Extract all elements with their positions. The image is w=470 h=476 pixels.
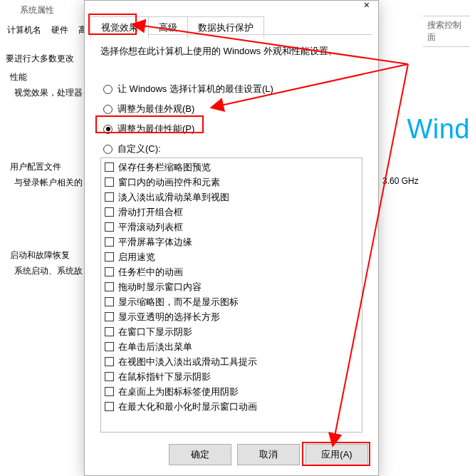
checkbox-icon [105,312,114,321]
check-label: 滑动打开组合框 [118,206,183,219]
tab-hardware[interactable]: 硬件 [50,21,70,39]
check-label: 在最大化和最小化时显示窗口动画 [118,400,257,413]
ok-button[interactable]: 确定 [169,444,231,465]
radio-label: 自定义(C): [118,143,161,155]
checkbox-icon [105,177,114,187]
check-item[interactable]: 平滑屏幕字体边缘 [104,234,359,249]
check-label: 窗口内的动画控件和元素 [118,176,220,189]
check-item[interactable]: 显示亚透明的选择长方形 [104,309,359,324]
visual-effects-list[interactable]: 保存任务栏缩略图预览窗口内的动画控件和元素淡入淡出或滑动菜单到视图滑动打开组合框… [100,157,362,433]
check-label: 在视图中淡入淡出或滑动工具提示 [118,356,257,368]
radio-icon [103,85,113,94]
change-notice: 要进行大多数更改 [6,53,74,65]
checkbox-icon [105,387,114,396]
check-item[interactable]: 在单击后淡出菜单 [104,339,359,354]
checkbox-icon [105,282,114,291]
perf-group-desc: 视觉效果，处理器 [14,87,83,99]
check-item[interactable]: 任务栏中的动画 [104,264,359,279]
checkbox-icon [105,402,114,411]
check-label: 显示缩略图，而不是显示图标 [118,296,239,309]
check-label: 在单击后淡出菜单 [118,341,192,353]
dialog-tabs: 视觉效果 高级 数据执行保护 [90,16,264,38]
radio-let-windows[interactable]: 让 Windows 选择计算机的最佳设置(L) [100,79,362,99]
checkbox-icon [105,207,114,217]
radio-best-look[interactable]: 调整为最佳外观(B) [100,99,362,119]
tab-visual-effects[interactable]: 视觉效果 [90,16,149,38]
check-label: 拖动时显示窗口内容 [118,281,202,294]
radio-label: 让 Windows 选择计算机的最佳设置(L) [118,83,273,95]
check-label: 在桌面上为图标标签使用阴影 [118,386,239,398]
startup-group-desc: 系统启动、系统故 [14,265,83,277]
check-item[interactable]: 在窗口下显示阴影 [104,324,359,339]
check-item[interactable]: 窗口内的动画控件和元素 [104,175,359,190]
search-control-panel-input[interactable]: 搜索控制面 [423,16,470,47]
check-item[interactable]: 显示缩略图，而不是显示图标 [104,294,359,309]
tab-dep[interactable]: 数据执行保护 [187,16,264,38]
check-item[interactable]: 平滑滚动列表框 [104,219,359,234]
intro-text: 选择你想在此计算机上使用的 Windows 外观和性能设置。 [100,45,362,58]
radio-group: 让 Windows 选择计算机的最佳设置(L) 调整为最佳外观(B) 调整为最佳… [100,79,362,159]
check-item[interactable]: 在最大化和最小化时显示窗口动画 [104,399,359,414]
check-label: 在窗口下显示阴影 [118,326,192,338]
radio-icon [103,125,113,134]
check-label: 平滑屏幕字体边缘 [118,236,192,249]
check-label: 保存任务栏缩略图预览 [118,161,211,174]
back-window-tabs: 计算机名 硬件 高级 [6,21,97,39]
tab-computer-name[interactable]: 计算机名 [6,21,43,39]
radio-label: 调整为最佳外观(B) [118,103,194,115]
tab-advanced[interactable]: 高级 [148,16,188,38]
checkbox-icon [105,357,114,366]
dialog-buttons: 确定 取消 应用(A) [169,444,368,465]
startup-group-header: 启动和故障恢复 [10,249,70,262]
apply-button[interactable]: 应用(A) [306,444,368,465]
check-item[interactable]: 在鼠标指针下显示阴影 [104,369,359,384]
check-label: 平滑滚动列表框 [118,221,183,234]
checkbox-icon [105,297,114,306]
checkbox-icon [105,192,114,202]
check-item[interactable]: 滑动打开组合框 [104,205,359,219]
check-item[interactable]: 启用速览 [104,249,359,264]
radio-label: 调整为最佳性能(P) [118,123,194,135]
profile-group-desc: 与登录帐户相关的 [14,177,83,189]
check-label: 启用速览 [118,251,155,264]
check-item[interactable]: 拖动时显示窗口内容 [104,279,359,294]
check-item[interactable]: 保存任务栏缩略图预览 [104,160,359,175]
check-label: 在鼠标指针下显示阴影 [118,371,211,383]
checkbox-icon [105,327,114,336]
cpu-frequency-label: 3.60 GHz [382,176,419,186]
radio-best-performance[interactable]: 调整为最佳性能(P) [100,119,362,139]
profile-group-header: 用户配置文件 [10,161,61,173]
checkbox-icon [105,372,114,381]
checkbox-icon [105,252,114,262]
check-item[interactable]: 淡入淡出或滑动菜单到视图 [104,190,359,205]
check-label: 任务栏中的动画 [118,266,183,279]
radio-icon [103,105,113,114]
close-icon[interactable]: × [358,0,375,11]
check-label: 显示亚透明的选择长方形 [118,311,220,324]
cancel-button[interactable]: 取消 [237,444,300,465]
checkbox-icon [105,237,114,247]
performance-options-dialog: × 视觉效果 高级 数据执行保护 选择你想在此计算机上使用的 Windows 外… [84,0,379,476]
radio-icon [103,145,113,154]
checkbox-icon [105,267,114,276]
checkbox-icon [105,342,114,351]
check-item[interactable]: 在视图中淡入淡出或滑动工具提示 [104,354,359,369]
perf-group-header: 性能 [10,71,27,83]
checkbox-icon [105,162,114,172]
check-item[interactable]: 在桌面上为图标标签使用阴影 [104,384,359,399]
check-label: 淡入淡出或滑动菜单到视图 [118,191,229,204]
radio-custom[interactable]: 自定义(C): [100,139,362,159]
windows-brand-text: Wind [407,114,470,145]
back-window-title: 系统属性 [20,4,54,16]
checkbox-icon [105,222,114,232]
